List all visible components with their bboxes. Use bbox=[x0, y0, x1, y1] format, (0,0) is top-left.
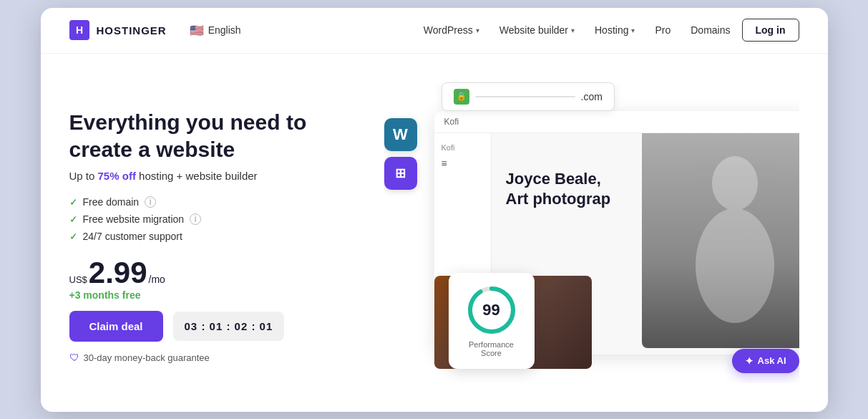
sidebar-name: Kofi bbox=[442, 143, 484, 152]
lang-label: English bbox=[208, 24, 241, 36]
features-list: ✓ Free domain i ✓ Free website migration… bbox=[69, 196, 356, 242]
ask-ai-label: Ask AI bbox=[758, 355, 786, 366]
nav-item-domains[interactable]: Domains bbox=[682, 19, 738, 42]
nav-item-hosting[interactable]: Hosting ▾ bbox=[586, 19, 643, 42]
subheadline-suffix: hosting + website builder bbox=[136, 170, 258, 182]
feature-migration: ✓ Free website migration i bbox=[69, 213, 356, 225]
nav-item-wordpress[interactable]: WordPress ▾ bbox=[415, 19, 488, 42]
lock-icon: 🔒 bbox=[454, 89, 469, 105]
chevron-down-icon: ▾ bbox=[631, 27, 635, 34]
main-content: Everything you need to create a website … bbox=[41, 54, 828, 412]
nav-item-pro[interactable]: Pro bbox=[646, 19, 679, 42]
nav-wordpress-label: WordPress bbox=[424, 24, 473, 36]
preview-top-bar: Kofi bbox=[434, 111, 799, 133]
svg-point-1 bbox=[696, 208, 774, 323]
chevron-down-icon: ▾ bbox=[571, 27, 575, 34]
countdown-timer: 03 : 01 : 02 : 01 bbox=[173, 312, 285, 341]
cta-row: Claim deal 03 : 01 : 02 : 01 bbox=[69, 311, 356, 342]
feature-domain-text: Free domain bbox=[83, 196, 140, 208]
ask-ai-button[interactable]: ✦ Ask AI bbox=[732, 349, 799, 373]
person-silhouette bbox=[642, 133, 799, 348]
left-panel: Everything you need to create a website … bbox=[69, 82, 356, 383]
check-icon: ✓ bbox=[69, 197, 77, 208]
guarantee-label: 30-day money-back guarantee bbox=[84, 352, 210, 363]
feature-support: ✓ 24/7 customer support bbox=[69, 231, 356, 242]
subheadline: Up to 75% off hosting + website builder bbox=[69, 170, 356, 182]
navbar: H HOSTINGER 🇺🇸 English WordPress ▾ Websi… bbox=[41, 8, 828, 54]
guarantee-text: 🛡 30-day money-back guarantee bbox=[69, 352, 356, 363]
language-selector[interactable]: 🇺🇸 English bbox=[190, 24, 241, 37]
svg-point-0 bbox=[712, 156, 758, 211]
app-icons: W ⊞ bbox=[384, 118, 417, 190]
check-icon: ✓ bbox=[69, 214, 77, 225]
chevron-down-icon: ▾ bbox=[476, 27, 479, 34]
ai-spark-icon: ✦ bbox=[745, 355, 754, 367]
logo-area[interactable]: H HOSTINGER bbox=[69, 20, 167, 40]
nav-domains-label: Domains bbox=[691, 24, 730, 36]
price-number: 2.99 bbox=[89, 258, 147, 288]
info-icon[interactable]: i bbox=[145, 196, 156, 208]
price-section: US$ 2.99 /mo +3 months free bbox=[69, 258, 356, 301]
check-icon: ✓ bbox=[69, 231, 77, 242]
performance-score-card: 99 PerformanceScore bbox=[449, 273, 535, 369]
price-amount: US$ 2.99 /mo bbox=[69, 258, 356, 288]
person-photo bbox=[642, 133, 799, 348]
preview-name: Kofi bbox=[444, 117, 459, 127]
photographer-name: Joyce Beale, Art photograp bbox=[506, 169, 611, 210]
performance-label: PerformanceScore bbox=[469, 340, 514, 357]
domain-bar: 🔒 .com bbox=[442, 82, 615, 111]
logo-text: HOSTINGER bbox=[97, 24, 167, 37]
domain-extension: .com bbox=[581, 91, 603, 102]
shield-icon: 🛡 bbox=[69, 352, 79, 363]
performance-number: 99 bbox=[482, 301, 499, 319]
subheadline-prefix: Up to bbox=[69, 170, 98, 182]
feature-domain: ✓ Free domain i bbox=[69, 196, 356, 208]
nav-pro-label: Pro bbox=[655, 24, 670, 36]
hero-visual: 🔒 .com W ⊞ Kofi Kofi bbox=[384, 82, 799, 383]
price-free-months: +3 months free bbox=[69, 289, 356, 301]
claim-deal-button[interactable]: Claim deal bbox=[69, 311, 163, 342]
wordpress-icon[interactable]: W bbox=[384, 118, 417, 151]
discount-highlight: 75% off bbox=[98, 170, 136, 182]
domain-input-line bbox=[475, 96, 575, 97]
hamburger-icon: ≡ bbox=[442, 158, 484, 169]
flag-icon: 🇺🇸 bbox=[190, 24, 204, 37]
browser-window: H HOSTINGER 🇺🇸 English WordPress ▾ Websi… bbox=[41, 8, 828, 412]
info-icon[interactable]: i bbox=[190, 213, 201, 225]
feature-support-text: 24/7 customer support bbox=[83, 231, 182, 242]
nav-links: WordPress ▾ Website builder ▾ Hosting ▾ … bbox=[415, 19, 799, 42]
nav-website-builder-label: Website builder bbox=[499, 24, 568, 36]
performance-ring: 99 bbox=[466, 284, 517, 336]
headline: Everything you need to create a website bbox=[69, 109, 356, 163]
hostinger-app-icon[interactable]: ⊞ bbox=[384, 157, 417, 190]
right-panel: 🔒 .com W ⊞ Kofi Kofi bbox=[384, 82, 799, 383]
nav-hosting-label: Hosting bbox=[595, 24, 628, 36]
nav-item-website-builder[interactable]: Website builder ▾ bbox=[491, 19, 583, 42]
price-period: /mo bbox=[149, 274, 165, 285]
price-currency: US$ bbox=[69, 274, 87, 285]
login-button[interactable]: Log in bbox=[742, 19, 799, 42]
feature-migration-text: Free website migration bbox=[83, 213, 185, 225]
hostinger-logo-icon: H bbox=[69, 20, 89, 40]
